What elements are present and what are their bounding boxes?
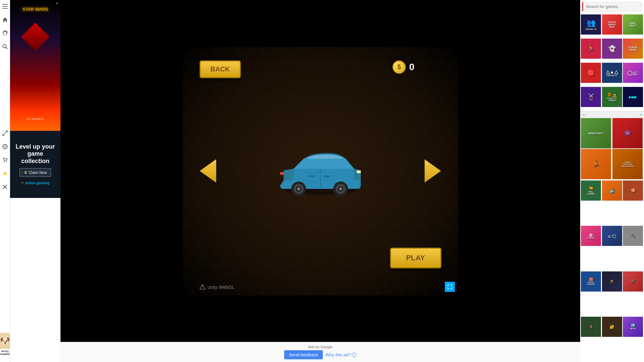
game-thumb-hero[interactable]: 🦸 [581,317,601,337]
svg-rect-16 [280,172,284,175]
fullscreen-icon [447,285,452,289]
more-games-grid: 🔫 PIXELGUNNER 🏄 🍪 🌸 SAKURA [580,180,644,362]
game-canvas: BACK $ 0 [60,0,580,342]
svg-rect-0 [2,4,8,5]
game-thumb-pixel-gunner[interactable]: 🔫 PIXELGUNNER [581,180,601,201]
game-thumb-tug-of-war[interactable]: ⚔️ TUS [581,87,601,107]
svg-point-9 [4,161,5,162]
game-thumb-minecraft[interactable]: MINECRAFT [623,14,643,35]
right-ad-minecraft[interactable]: MINECRAFT [581,118,611,148]
prime-label: prime gaming [25,181,49,185]
car-display [273,140,368,202]
expand-icon[interactable] [1,130,9,137]
game-thumb-super-mario-run[interactable]: SUPERMARIORUN [602,14,622,35]
crown-icon: ♛ [24,170,28,175]
svg-rect-27 [309,175,315,177]
play-button[interactable]: PLAY [390,248,441,268]
game-thumb-stickman[interactable]: 🏃 [581,39,601,59]
kanky-label: kankyGAMES [0,350,10,356]
prime-claim-button[interactable]: ♛ Claim Now [19,168,51,177]
menu-icon[interactable] [1,3,9,10]
game-thumb-sakura[interactable]: 🌸 SAKURA [581,226,601,246]
game-thumb-block-banking[interactable]: 🧱 BLOCKBANKING [581,271,601,292]
game-thumb-shape-shift[interactable]: ◯△□ [623,63,643,83]
ads-by-google: Ads by Google [308,345,332,349]
game-bg: BACK $ 0 [183,47,458,295]
amazon-icon: ~ [21,180,24,186]
car-svg [273,140,368,201]
game-thumb-super-mario-2[interactable]: SUPERMARIO [623,39,643,59]
coin-icon: $ [392,60,406,74]
coin-count: 0 [409,62,415,72]
cart-icon[interactable] [1,156,9,164]
feedback-row: Send feedback Why this ad? i [284,350,356,359]
close-icon[interactable] [1,183,9,191]
claim-label: Claim Now [29,170,47,174]
right-panel: 👥 AMONG US SUPERMARIORUN MINECRAFT 🏃 [580,0,644,362]
right-ad-tag: Ad [582,113,586,116]
games-grid: 👥 AMONG US SUPERMARIORUN MINECRAFT 🏃 [580,14,644,111]
svg-point-24 [339,188,342,190]
search-input[interactable] [582,2,642,11]
prime-logo: ~ prime gaming [21,180,49,186]
right-ad-grid: MINECRAFT 👾 🏃 GrandTheft AutoSan Andreas [581,118,643,179]
sidebar: 🐶 kankyGAMES [0,0,10,362]
svg-line-5 [6,47,7,49]
svg-point-10 [6,161,7,162]
prime-ad-title: Level up your game collection [15,143,55,165]
bottom-ad-bar: Ads by Google Send feedback Why this ad?… [60,342,580,362]
game-thumb-plants-zombies[interactable]: 🌻🧟 PLANTS VSZOMBIES [602,87,622,107]
why-this-ad-text: Why this ad? [326,352,351,357]
game-thumb-mining[interactable]: ⛏️ [623,226,643,246]
game-thumb-mine-craft-2[interactable]: ⚒️ [623,271,643,292]
game-thumb-red-ball[interactable]: 🔴 [581,63,601,83]
left-ad-panel: Ad × STAR WARS EA SPORTS Level up your g… [10,0,60,362]
right-ad-among-us[interactable]: 👾 [612,118,643,148]
right-panel-ad: Ad × MINECRAFT 👾 🏃 [580,111,644,180]
coin-area: $ 0 [392,60,415,74]
fullscreen-button[interactable] [445,282,455,292]
game-thumb-seoul[interactable]: 🏙️ SEOUL [623,317,643,337]
main-content: BACK $ 0 [60,0,580,362]
left-ad-top[interactable]: Ad × STAR WARS EA SPORTS [10,0,60,131]
unity-text: unity WebGL [208,285,235,290]
search-bar [580,0,644,14]
search-icon[interactable] [1,43,9,50]
right-ad-subway[interactable]: 🏃 [581,149,611,179]
right-ad-gta[interactable]: GrandTheft AutoSan Andreas [612,149,643,179]
globe-icon[interactable] [1,143,9,150]
star-icon[interactable] [1,170,9,177]
back-button[interactable]: BACK [200,60,241,78]
ad-close-button[interactable]: × [54,1,60,6]
game-thumb-cookie[interactable]: 🍪 [623,180,643,201]
svg-point-20 [297,188,300,190]
unity-icon [200,284,206,290]
prime-gaming-ad[interactable]: Level up your game collection ♛ Claim No… [10,131,60,198]
game-thumb-neon-lines[interactable]: ▶▶▶ [623,87,643,107]
game-thumb-ninja[interactable]: 🥷 [602,271,622,292]
refresh-icon[interactable] [1,30,9,37]
svg-marker-3 [3,17,7,22]
svg-rect-26 [324,175,330,177]
why-this-ad-link[interactable]: Why this ad? i [326,352,356,357]
svg-marker-11 [2,171,7,176]
game-thumb-escape[interactable]: 🔐 [602,317,622,337]
game-thumb-among-us[interactable]: 👥 AMONG US [581,14,601,35]
home-icon[interactable] [1,16,9,23]
send-feedback-button[interactable]: Send feedback [284,350,323,359]
unity-label: unity WebGL [200,284,235,290]
game-thumb-subway-surfers-2[interactable]: 🏄 [602,180,622,201]
game-thumb-shape-shift-2[interactable]: △□◯ [602,226,622,246]
svg-rect-1 [2,6,8,7]
info-icon: i [352,353,356,357]
svg-rect-15 [357,170,361,173]
game-thumb-among-io[interactable]: △▲△ AMONG IO [602,63,622,83]
right-ad-close-button[interactable]: × [640,113,642,117]
game-thumb-among-us-2[interactable]: 👻 [602,39,622,59]
svg-rect-2 [2,8,8,9]
